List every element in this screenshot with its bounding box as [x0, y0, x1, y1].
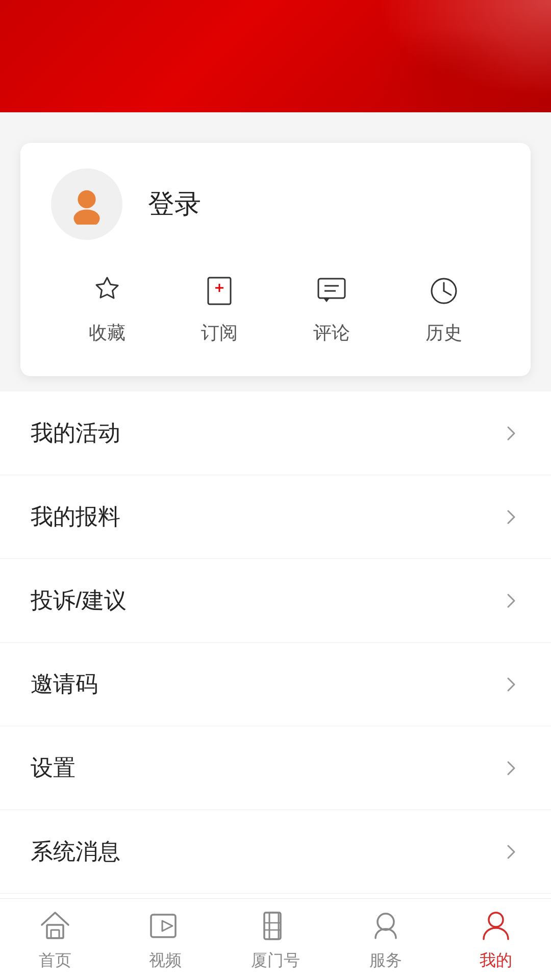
profile-card: 登录 收藏 订阅	[20, 143, 531, 376]
menu-item-reports-label: 我的报料	[31, 502, 120, 532]
svg-point-1	[73, 209, 99, 225]
menu-item-complaints-label: 投诉/建议	[31, 585, 127, 616]
nav-service-label: 服务	[369, 949, 402, 972]
menu-item-system-messages-label: 系统消息	[31, 837, 120, 867]
menu-item-invite-code[interactable]: 邀请码	[0, 643, 551, 726]
bookmark-plus-icon	[199, 271, 240, 311]
xiamen-icon	[257, 908, 294, 944]
menu-item-activities-label: 我的活动	[31, 418, 120, 448]
chevron-right-icon	[502, 843, 520, 861]
video-icon	[147, 908, 184, 944]
nav-video[interactable]: 视频	[110, 908, 220, 972]
chevron-right-icon	[502, 508, 520, 526]
profile-top: 登录	[51, 168, 500, 240]
home-icon	[37, 908, 73, 944]
nav-home[interactable]: 首页	[0, 908, 110, 972]
menu-item-settings-label: 设置	[31, 753, 76, 783]
comment-icon	[311, 271, 352, 311]
header-banner	[0, 0, 551, 112]
action-history[interactable]: 历史	[423, 271, 464, 346]
nav-mine-label: 我的	[480, 949, 512, 972]
svg-point-0	[78, 190, 95, 208]
menu-item-complaints[interactable]: 投诉/建议	[0, 559, 551, 643]
svg-rect-11	[47, 925, 63, 938]
login-button[interactable]: 登录	[148, 186, 201, 222]
nav-mine[interactable]: 我的	[441, 908, 551, 972]
svg-marker-14	[162, 921, 172, 931]
svg-rect-5	[318, 279, 345, 298]
svg-point-20	[489, 913, 503, 927]
chevron-right-icon	[502, 424, 520, 443]
menu-list: 我的活动 我的报料 投诉/建议 邀请码 设置 系统消息 用户反馈	[0, 391, 551, 977]
service-icon	[367, 908, 404, 944]
action-comments[interactable]: 评论	[311, 271, 352, 346]
menu-item-activities[interactable]: 我的活动	[0, 391, 551, 475]
nav-xiamen[interactable]: 厦门号	[220, 908, 331, 972]
menu-item-settings[interactable]: 设置	[0, 726, 551, 810]
chevron-right-icon	[502, 675, 520, 694]
quick-actions-row: 收藏 订阅 评论	[51, 271, 500, 346]
svg-rect-16	[269, 913, 279, 939]
menu-item-invite-code-label: 邀请码	[31, 669, 98, 699]
bottom-nav: 首页 视频 厦门号 服务	[0, 898, 551, 980]
nav-xiamen-label: 厦门号	[251, 949, 300, 972]
action-subscribe[interactable]: 订阅	[199, 271, 240, 346]
chevron-right-icon	[502, 759, 520, 777]
star-icon	[87, 271, 128, 311]
action-favorites[interactable]: 收藏	[87, 271, 128, 346]
avatar[interactable]	[51, 168, 122, 240]
menu-item-reports[interactable]: 我的报料	[0, 475, 551, 559]
nav-service[interactable]: 服务	[331, 908, 441, 972]
svg-rect-12	[51, 930, 59, 938]
svg-line-10	[444, 291, 451, 295]
nav-video-label: 视频	[149, 949, 182, 972]
chevron-right-icon	[502, 592, 520, 610]
svg-point-19	[378, 914, 394, 930]
menu-item-system-messages[interactable]: 系统消息	[0, 810, 551, 894]
comments-label: 评论	[313, 321, 350, 346]
favorites-label: 收藏	[89, 321, 126, 346]
clock-icon	[423, 271, 464, 311]
mine-icon	[478, 908, 514, 944]
history-label: 历史	[425, 321, 462, 346]
subscribe-label: 订阅	[201, 321, 238, 346]
nav-home-label: 首页	[39, 949, 71, 972]
